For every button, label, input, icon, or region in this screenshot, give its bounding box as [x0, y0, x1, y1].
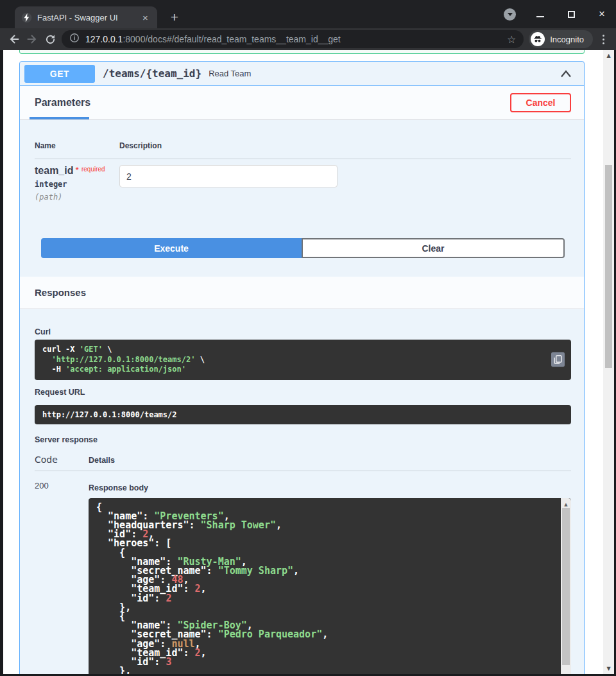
cancel-button[interactable]: Cancel — [510, 93, 571, 112]
url-text: 127.0.0.1:8000/docs#/default/read_team_t… — [85, 34, 341, 44]
url-path: :8000/docs#/default/read_team_teams__tea… — [123, 34, 340, 44]
incognito-icon — [531, 32, 545, 46]
window-close-button[interactable]: × — [595, 8, 608, 21]
parameter-location: (path) — [35, 193, 119, 202]
parameters-table: Name Description team_id * required inte… — [20, 120, 584, 202]
parameter-meta: team_id * required integer (path) — [35, 165, 119, 202]
browser-toolbar: 127.0.0.1:8000/docs#/default/read_team_t… — [0, 28, 616, 50]
back-icon[interactable] — [5, 30, 23, 48]
parameter-type: integer — [35, 180, 119, 189]
minimize-button[interactable] — [534, 11, 547, 17]
required-label: required — [81, 166, 105, 173]
curl-label: Curl — [35, 327, 571, 336]
execute-row: Execute Clear — [41, 238, 565, 258]
server-response-label: Server response — [35, 435, 571, 444]
endpoint-header[interactable]: GET /teams/{team_id} Read Team — [20, 62, 584, 86]
maximize-button[interactable] — [565, 11, 578, 18]
responses-body: Curl curl -X 'GET' \ 'http://127.0.0.1:8… — [20, 309, 584, 674]
browser-tab[interactable]: FastAPI - Swagger UI × — [15, 6, 157, 28]
parameters-header-row: Parameters Cancel — [20, 86, 584, 120]
page-content: GET /teams/{team_id} Read Team Parameter… — [3, 50, 614, 674]
team-id-input[interactable] — [119, 165, 338, 187]
url-bar[interactable]: 127.0.0.1:8000/docs#/default/read_team_t… — [62, 30, 524, 48]
forward-icon[interactable] — [23, 30, 41, 48]
required-asterisk: * — [75, 165, 78, 175]
collapse-chevron-icon[interactable] — [560, 69, 572, 78]
response-body-scrollbar[interactable]: ▲ — [561, 498, 571, 675]
browser-window: FastAPI - Swagger UI × + × 127.0.0.1:800… — [0, 0, 616, 676]
parameter-value-cell — [119, 165, 571, 202]
bookmark-star-icon[interactable]: ☆ — [507, 33, 516, 46]
url-host: 127.0.0.1 — [85, 34, 123, 44]
parameters-tab-underline — [30, 117, 89, 119]
column-details: Details — [89, 456, 115, 465]
parameter-name: team_id — [35, 165, 73, 177]
curl-code-block: curl -X 'GET' \ 'http://127.0.0.1:8000/t… — [35, 340, 571, 380]
browser-update-icon[interactable] — [504, 8, 516, 21]
response-details-cell: Response body ▲ { "name": "Preventers", … — [89, 480, 571, 675]
status-code: 200 — [35, 480, 89, 675]
column-code: Code — [35, 455, 89, 465]
parameters-table-header: Name Description — [35, 141, 571, 159]
tab-title: FastAPI - Swagger UI — [37, 13, 135, 22]
scrollbar-thumb[interactable] — [562, 508, 570, 665]
endpoint-path: /teams/{team_id} — [103, 67, 201, 80]
window-controls: × — [504, 0, 616, 28]
column-name: Name — [35, 141, 119, 150]
get-endpoint-panel: GET /teams/{team_id} Read Team Parameter… — [19, 61, 585, 674]
swagger-page: GET /teams/{team_id} Read Team Parameter… — [3, 50, 603, 674]
parameter-row: team_id * required integer (path) — [35, 159, 571, 202]
page-scrollbar[interactable]: ▲ ▼ — [603, 50, 614, 674]
responses-heading: Responses — [35, 287, 86, 298]
request-url-block: http://127.0.0.1:8000/teams/2 — [35, 405, 571, 424]
browser-menu-icon[interactable] — [595, 35, 611, 44]
response-row: 200 Response body ▲ { "name": "Preventer… — [35, 480, 571, 675]
column-description: Description — [119, 141, 571, 150]
endpoint-summary: Read Team — [209, 69, 251, 78]
method-badge: GET — [24, 65, 95, 83]
copy-to-clipboard-icon[interactable] — [551, 352, 565, 367]
response-table-header: Code Details — [35, 455, 571, 471]
scroll-down-icon[interactable]: ▼ — [603, 666, 614, 672]
fastapi-favicon-icon — [21, 12, 32, 23]
incognito-label: Incognito — [550, 35, 584, 44]
page-info-icon[interactable] — [69, 33, 80, 46]
responses-header-strip: Responses — [20, 277, 584, 309]
request-url-label: Request URL — [35, 388, 571, 397]
response-body-label: Response body — [89, 483, 571, 492]
tab-bar: FastAPI - Swagger UI × + × — [0, 0, 616, 28]
reload-icon[interactable] — [41, 30, 59, 48]
response-body-block: ▲ { "name": "Preventers", "headquarters"… — [89, 498, 571, 675]
clear-button[interactable]: Clear — [302, 238, 565, 258]
scrollbar-thumb[interactable] — [605, 165, 612, 368]
previous-endpoint-fragment — [19, 50, 585, 54]
scroll-up-icon[interactable]: ▲ — [603, 53, 614, 58]
incognito-badge: Incognito — [529, 30, 593, 48]
execute-button[interactable]: Execute — [41, 238, 302, 258]
tab-parameters: Parameters — [35, 97, 90, 108]
new-tab-button[interactable]: + — [167, 11, 182, 24]
tab-close-icon[interactable]: × — [140, 12, 151, 23]
